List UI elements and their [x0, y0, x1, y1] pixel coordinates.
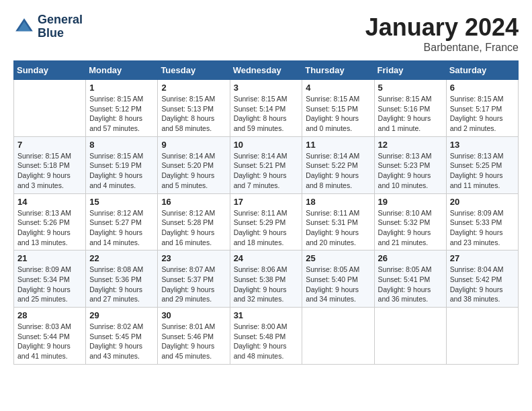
day-info: Sunrise: 8:15 AMSunset: 5:17 PMDaylight:…	[450, 94, 515, 134]
day-of-week-header: Thursday	[302, 61, 374, 80]
day-number: 4	[306, 83, 370, 93]
calendar-cell: 8Sunrise: 8:15 AMSunset: 5:19 PMDaylight…	[86, 136, 158, 193]
day-number: 2	[161, 83, 226, 93]
calendar-cell: 10Sunrise: 8:14 AMSunset: 5:21 PMDayligh…	[230, 136, 302, 193]
day-number: 31	[234, 310, 299, 320]
day-number: 14	[17, 197, 82, 207]
logo-text: General Blue	[38, 13, 83, 40]
calendar-cell: 28Sunrise: 8:03 AMSunset: 5:44 PMDayligh…	[14, 308, 86, 365]
day-number: 8	[89, 140, 154, 150]
day-number: 7	[17, 140, 82, 150]
day-number: 29	[89, 310, 154, 320]
calendar-cell: 17Sunrise: 8:11 AMSunset: 5:29 PMDayligh…	[230, 193, 302, 250]
calendar-cell: 2Sunrise: 8:15 AMSunset: 5:13 PMDaylight…	[158, 80, 230, 137]
calendar-cell: 16Sunrise: 8:12 AMSunset: 5:28 PMDayligh…	[158, 193, 230, 250]
day-of-week-header: Friday	[374, 61, 446, 80]
day-number: 6	[450, 83, 515, 93]
day-number: 24	[234, 253, 299, 263]
calendar-week-row: 1Sunrise: 8:15 AMSunset: 5:12 PMDaylight…	[14, 80, 519, 137]
day-number: 1	[89, 83, 154, 93]
calendar-cell: 11Sunrise: 8:14 AMSunset: 5:22 PMDayligh…	[302, 136, 374, 193]
calendar-cell: 30Sunrise: 8:01 AMSunset: 5:46 PMDayligh…	[158, 308, 230, 365]
calendar-header-row: SundayMondayTuesdayWednesdayThursdayFrid…	[14, 61, 519, 80]
calendar-cell: 13Sunrise: 8:13 AMSunset: 5:25 PMDayligh…	[446, 136, 518, 193]
day-number: 30	[161, 310, 226, 320]
logo-icon	[13, 16, 35, 38]
calendar-cell: 23Sunrise: 8:07 AMSunset: 5:37 PMDayligh…	[158, 250, 230, 308]
calendar-cell: 12Sunrise: 8:13 AMSunset: 5:23 PMDayligh…	[374, 136, 446, 193]
calendar-cell: 9Sunrise: 8:14 AMSunset: 5:20 PMDaylight…	[158, 136, 230, 193]
day-info: Sunrise: 8:12 AMSunset: 5:28 PMDaylight:…	[161, 208, 226, 248]
calendar-cell	[446, 308, 518, 365]
day-number: 15	[89, 197, 154, 207]
day-of-week-header: Sunday	[14, 61, 86, 80]
day-number: 19	[378, 197, 443, 207]
day-info: Sunrise: 8:13 AMSunset: 5:23 PMDaylight:…	[378, 151, 443, 191]
day-info: Sunrise: 8:01 AMSunset: 5:46 PMDaylight:…	[161, 322, 226, 361]
day-info: Sunrise: 8:05 AMSunset: 5:41 PMDaylight:…	[378, 265, 443, 304]
day-of-week-header: Tuesday	[158, 61, 230, 80]
day-info: Sunrise: 8:15 AMSunset: 5:19 PMDaylight:…	[89, 151, 154, 191]
calendar-cell: 25Sunrise: 8:05 AMSunset: 5:40 PMDayligh…	[302, 250, 374, 308]
day-info: Sunrise: 8:11 AMSunset: 5:29 PMDaylight:…	[234, 208, 299, 248]
day-number: 26	[378, 253, 443, 263]
day-number: 25	[306, 253, 370, 263]
day-info: Sunrise: 8:11 AMSunset: 5:31 PMDaylight:…	[306, 208, 370, 248]
day-number: 13	[450, 140, 515, 150]
day-info: Sunrise: 8:15 AMSunset: 5:18 PMDaylight:…	[17, 151, 82, 191]
month-title: January 2024	[365, 13, 519, 42]
day-of-week-header: Monday	[86, 61, 158, 80]
day-of-week-header: Wednesday	[230, 61, 302, 80]
day-info: Sunrise: 8:14 AMSunset: 5:20 PMDaylight:…	[161, 151, 226, 191]
day-info: Sunrise: 8:04 AMSunset: 5:42 PMDaylight:…	[450, 265, 515, 304]
calendar-week-row: 28Sunrise: 8:03 AMSunset: 5:44 PMDayligh…	[14, 308, 519, 365]
day-info: Sunrise: 8:15 AMSunset: 5:15 PMDaylight:…	[306, 94, 370, 134]
day-number: 3	[234, 83, 299, 93]
day-info: Sunrise: 8:13 AMSunset: 5:25 PMDaylight:…	[450, 151, 515, 191]
day-info: Sunrise: 8:00 AMSunset: 5:48 PMDaylight:…	[234, 322, 299, 361]
day-info: Sunrise: 8:09 AMSunset: 5:34 PMDaylight:…	[17, 265, 82, 304]
day-number: 5	[378, 83, 443, 93]
day-info: Sunrise: 8:13 AMSunset: 5:26 PMDaylight:…	[17, 208, 82, 248]
calendar-cell	[14, 80, 86, 137]
day-of-week-header: Saturday	[446, 61, 518, 80]
calendar-cell: 14Sunrise: 8:13 AMSunset: 5:26 PMDayligh…	[14, 193, 86, 250]
calendar-cell: 21Sunrise: 8:09 AMSunset: 5:34 PMDayligh…	[14, 250, 86, 308]
calendar-cell: 18Sunrise: 8:11 AMSunset: 5:31 PMDayligh…	[302, 193, 374, 250]
calendar-cell: 27Sunrise: 8:04 AMSunset: 5:42 PMDayligh…	[446, 250, 518, 308]
day-number: 18	[306, 197, 370, 207]
day-info: Sunrise: 8:08 AMSunset: 5:36 PMDaylight:…	[89, 265, 154, 304]
day-info: Sunrise: 8:14 AMSunset: 5:21 PMDaylight:…	[234, 151, 299, 191]
day-info: Sunrise: 8:09 AMSunset: 5:33 PMDaylight:…	[450, 208, 515, 248]
day-number: 21	[17, 253, 82, 263]
calendar-cell: 19Sunrise: 8:10 AMSunset: 5:32 PMDayligh…	[374, 193, 446, 250]
day-info: Sunrise: 8:05 AMSunset: 5:40 PMDaylight:…	[306, 265, 370, 304]
calendar-week-row: 7Sunrise: 8:15 AMSunset: 5:18 PMDaylight…	[14, 136, 519, 193]
day-info: Sunrise: 8:15 AMSunset: 5:12 PMDaylight:…	[89, 94, 154, 134]
calendar-cell: 7Sunrise: 8:15 AMSunset: 5:18 PMDaylight…	[14, 136, 86, 193]
day-number: 28	[17, 310, 82, 320]
calendar-cell: 22Sunrise: 8:08 AMSunset: 5:36 PMDayligh…	[86, 250, 158, 308]
calendar-cell: 29Sunrise: 8:02 AMSunset: 5:45 PMDayligh…	[86, 308, 158, 365]
location: Barbentane, France	[365, 42, 519, 54]
day-number: 11	[306, 140, 370, 150]
day-number: 20	[450, 197, 515, 207]
calendar-cell: 31Sunrise: 8:00 AMSunset: 5:48 PMDayligh…	[230, 308, 302, 365]
day-number: 27	[450, 253, 515, 263]
calendar-week-row: 14Sunrise: 8:13 AMSunset: 5:26 PMDayligh…	[14, 193, 519, 250]
day-info: Sunrise: 8:07 AMSunset: 5:37 PMDaylight:…	[161, 265, 226, 304]
calendar-cell: 15Sunrise: 8:12 AMSunset: 5:27 PMDayligh…	[86, 193, 158, 250]
day-number: 23	[161, 253, 226, 263]
title-area: January 2024 Barbentane, France	[365, 13, 519, 54]
day-info: Sunrise: 8:15 AMSunset: 5:16 PMDaylight:…	[378, 94, 443, 134]
calendar-table: SundayMondayTuesdayWednesdayThursdayFrid…	[13, 60, 519, 365]
day-number: 10	[234, 140, 299, 150]
calendar-cell: 24Sunrise: 8:06 AMSunset: 5:38 PMDayligh…	[230, 250, 302, 308]
day-number: 9	[161, 140, 226, 150]
day-info: Sunrise: 8:15 AMSunset: 5:14 PMDaylight:…	[234, 94, 299, 134]
day-number: 22	[89, 253, 154, 263]
day-info: Sunrise: 8:10 AMSunset: 5:32 PMDaylight:…	[378, 208, 443, 248]
calendar-week-row: 21Sunrise: 8:09 AMSunset: 5:34 PMDayligh…	[14, 250, 519, 308]
calendar-cell	[302, 308, 374, 365]
calendar-cell: 20Sunrise: 8:09 AMSunset: 5:33 PMDayligh…	[446, 193, 518, 250]
